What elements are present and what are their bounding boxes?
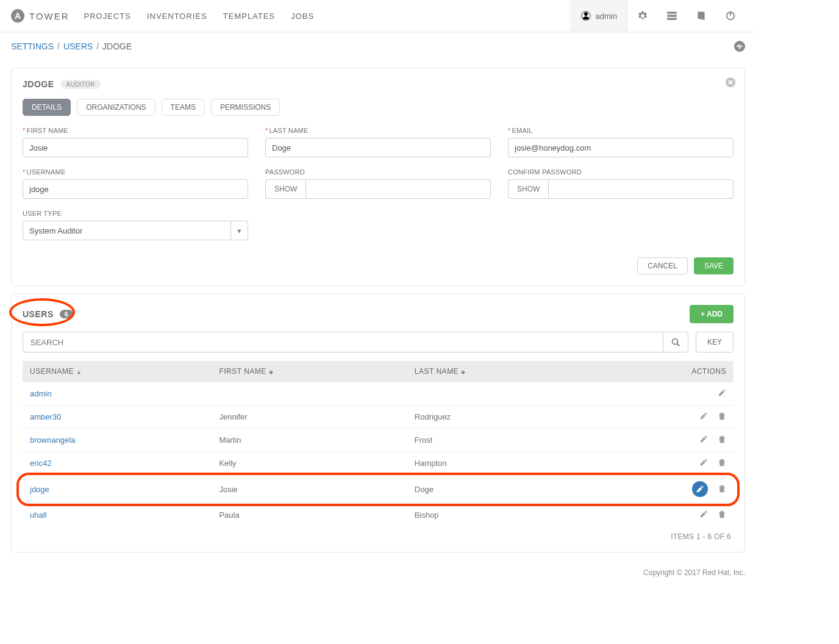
power-icon bbox=[725, 10, 736, 21]
breadcrumb-users[interactable]: USERS bbox=[63, 41, 93, 51]
label-first-name: *FIRST NAME bbox=[23, 127, 248, 134]
nav-jobs[interactable]: JOBS bbox=[291, 12, 314, 21]
current-user[interactable]: admin bbox=[570, 0, 628, 32]
cell-last-name: Doge bbox=[407, 475, 594, 504]
cell-last-name: Frost bbox=[407, 429, 594, 452]
delete-button[interactable] bbox=[718, 510, 726, 520]
close-icon bbox=[725, 77, 736, 88]
trash-icon bbox=[718, 412, 726, 420]
users-table: USERNAME▲ FIRST NAME◆ LAST NAME◆ ACTIONS… bbox=[23, 361, 734, 526]
pencil-icon bbox=[699, 412, 708, 420]
tab-teams[interactable]: TEAMS bbox=[162, 99, 205, 116]
cell-last-name bbox=[407, 382, 594, 406]
tab-permissions[interactable]: PERMISSIONS bbox=[211, 99, 280, 116]
pencil-icon bbox=[699, 458, 708, 467]
tab-organizations[interactable]: ORGANIZATIONS bbox=[77, 99, 155, 116]
nav-templates[interactable]: TEMPLATES bbox=[223, 12, 275, 21]
portal-button[interactable] bbox=[657, 0, 687, 32]
edit-button[interactable] bbox=[699, 510, 708, 520]
col-actions: ACTIONS bbox=[594, 361, 734, 382]
user-link[interactable]: admin bbox=[30, 389, 51, 398]
close-panel-button[interactable] bbox=[725, 77, 736, 88]
cancel-button[interactable]: CANCEL bbox=[637, 257, 688, 274]
user-link[interactable]: jdoge bbox=[30, 485, 49, 494]
key-button[interactable]: KEY bbox=[696, 332, 734, 352]
password-show-toggle[interactable]: SHOW bbox=[265, 179, 305, 199]
tab-details[interactable]: DETAILS bbox=[23, 99, 71, 116]
col-username[interactable]: USERNAME▲ bbox=[23, 361, 212, 382]
activity-icon bbox=[736, 43, 743, 50]
password-input[interactable] bbox=[305, 179, 491, 199]
cell-first-name bbox=[212, 382, 407, 406]
user-link[interactable]: uhall bbox=[30, 510, 46, 520]
user-icon bbox=[581, 11, 591, 21]
current-user-name: admin bbox=[596, 12, 617, 21]
delete-button[interactable] bbox=[718, 412, 726, 422]
table-row: jdogeJosieDoge bbox=[23, 475, 734, 504]
save-button[interactable]: SAVE bbox=[694, 257, 734, 274]
label-confirm-password: CONFIRM PASSWORD bbox=[508, 168, 734, 176]
nav-links: PROJECTSINVENTORIESTEMPLATESJOBS bbox=[84, 12, 315, 21]
docs-button[interactable] bbox=[687, 0, 716, 32]
last-name-input[interactable] bbox=[265, 138, 491, 157]
user-type-select[interactable] bbox=[23, 221, 231, 240]
pagination-info: ITEMS 1 - 6 OF 6 bbox=[23, 526, 734, 541]
username-input[interactable] bbox=[23, 179, 248, 199]
cell-last-name: Rodriguez bbox=[407, 406, 594, 429]
delete-button[interactable] bbox=[718, 435, 726, 445]
sort-asc-icon: ▲ bbox=[76, 369, 82, 375]
edit-button[interactable] bbox=[699, 412, 708, 422]
table-row: brownangelaMartinFrost bbox=[23, 429, 734, 452]
cell-first-name: Martin bbox=[212, 429, 407, 452]
pencil-icon bbox=[696, 485, 704, 493]
col-first-name[interactable]: FIRST NAME◆ bbox=[212, 361, 407, 382]
activity-stream-button[interactable] bbox=[734, 41, 745, 52]
table-row: uhallPaulaBishop bbox=[23, 504, 734, 527]
pencil-icon bbox=[718, 388, 726, 397]
edit-button[interactable] bbox=[699, 458, 708, 468]
settings-button[interactable] bbox=[628, 0, 657, 32]
nav-projects[interactable]: PROJECTS bbox=[84, 12, 131, 21]
user-link[interactable]: amber30 bbox=[30, 412, 61, 421]
pencil-icon bbox=[699, 435, 708, 443]
stack-icon bbox=[666, 10, 677, 21]
col-last-name[interactable]: LAST NAME◆ bbox=[407, 361, 594, 382]
search-button[interactable] bbox=[663, 332, 688, 352]
breadcrumb: SETTINGS / USERS / JDOGE bbox=[0, 32, 756, 60]
user-type-caret[interactable]: ▾ bbox=[231, 221, 248, 240]
edit-button[interactable] bbox=[692, 481, 708, 497]
cell-first-name: Kelly bbox=[212, 452, 407, 475]
breadcrumb-sep: / bbox=[96, 41, 99, 51]
footer-copyright: Copyright © 2017 Red Hat, Inc. bbox=[0, 560, 756, 592]
label-username: *USERNAME bbox=[23, 168, 248, 176]
table-row: admin bbox=[23, 382, 734, 406]
delete-button[interactable] bbox=[718, 458, 726, 468]
search-input[interactable] bbox=[23, 332, 663, 352]
label-user-type: USER TYPE bbox=[23, 210, 248, 217]
table-row: amber30JenniferRodriguez bbox=[23, 406, 734, 429]
email-input[interactable] bbox=[508, 138, 734, 157]
first-name-input[interactable] bbox=[23, 138, 248, 157]
user-link[interactable]: brownangela bbox=[30, 435, 75, 445]
trash-icon bbox=[718, 435, 726, 443]
brand[interactable]: A TOWER bbox=[11, 9, 70, 23]
confirm-show-toggle[interactable]: SHOW bbox=[508, 179, 548, 199]
nav-inventories[interactable]: INVENTORIES bbox=[147, 12, 207, 21]
breadcrumb-settings[interactable]: SETTINGS bbox=[11, 41, 54, 51]
gear-icon bbox=[637, 10, 648, 21]
add-user-button[interactable]: + ADD bbox=[690, 305, 734, 323]
chevron-down-icon: ▾ bbox=[237, 226, 241, 235]
delete-button[interactable] bbox=[718, 484, 726, 495]
detail-form: *FIRST NAME *LAST NAME *EMAIL *USERNAME … bbox=[23, 127, 734, 240]
brand-text: TOWER bbox=[29, 11, 70, 21]
edit-button[interactable] bbox=[699, 435, 708, 445]
breadcrumb-sep: / bbox=[57, 41, 60, 51]
edit-button[interactable] bbox=[718, 388, 726, 399]
cell-last-name: Bishop bbox=[407, 504, 594, 527]
users-count-badge: 6 bbox=[60, 310, 73, 318]
confirm-password-input[interactable] bbox=[548, 179, 734, 199]
logout-button[interactable] bbox=[716, 0, 745, 32]
trash-icon bbox=[718, 510, 726, 518]
detail-tabs: DETAILSORGANIZATIONSTEAMSPERMISSIONS bbox=[23, 99, 734, 116]
user-link[interactable]: eric42 bbox=[30, 459, 51, 468]
